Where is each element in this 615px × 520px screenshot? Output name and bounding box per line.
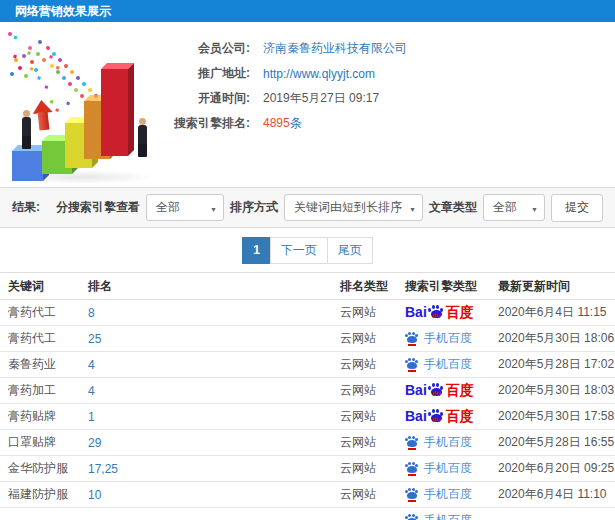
pagination-area: 1 下一页 尾页	[0, 228, 615, 272]
table-row: 膏药代工 25 云网站 Baidu百度 手机百度 2020年5月30日 18:0…	[0, 326, 615, 352]
table-row: 膏药加工 4 云网站 Baidu百度 手机百度 2020年5月30日 18:03	[0, 378, 615, 404]
result-label: 结果:	[12, 199, 40, 216]
table-row-partial: Baidu百度 手机百度	[0, 508, 615, 520]
rank-count-unit: 条	[290, 116, 302, 130]
mobile-baidu-paw-icon	[405, 358, 419, 369]
next-page-button[interactable]: 下一页	[270, 237, 328, 264]
last-page-button[interactable]: 尾页	[327, 237, 373, 264]
engine-rank-value: 4895条	[263, 115, 302, 132]
engine-rank-row: 搜索引擎排名: 4895条	[150, 111, 615, 136]
rank-link[interactable]: 25	[88, 332, 101, 346]
keyword-cell: 膏药代工	[0, 300, 80, 326]
table-row: 福建防护服 10 云网站 Baidu百度 手机百度 2020年6月4日 11:1…	[0, 482, 615, 508]
updated-cell: 2020年6月4日 11:10	[490, 482, 615, 508]
rank-link[interactable]: 1	[88, 410, 95, 424]
mobile-baidu-paw-icon	[405, 488, 419, 499]
pagination: 1 下一页 尾页	[242, 237, 373, 264]
filter-bar: 结果: 分搜索引擎查看 全部 排序方式 关键词由短到长排序 文章类型 全部 提交	[0, 187, 615, 228]
rank-link[interactable]: 10	[88, 488, 101, 502]
engine-filter-select[interactable]: 全部	[146, 194, 224, 221]
baidu-logo: Baidu百度	[405, 409, 474, 423]
submit-button[interactable]: 提交	[551, 194, 603, 222]
rank-cell: 17,25	[80, 456, 332, 482]
filter-controls: 分搜索引擎查看 全部 排序方式 关键词由短到长排序 文章类型 全部 提交	[56, 194, 603, 222]
summary-section: 会员公司: 济南秦鲁药业科技有限公司 推广地址: http://www.qlyy…	[0, 22, 615, 187]
keyword-cell: 口罩贴牌	[0, 430, 80, 456]
keyword-cell: 金华防护服	[0, 456, 80, 482]
rank-type-cell: 云网站	[332, 300, 397, 326]
rank-cell: 10	[80, 482, 332, 508]
engine-cell: Baidu百度 手机百度	[397, 378, 490, 404]
engine-cell: Baidu百度 手机百度	[397, 300, 490, 326]
rank-type-cell	[332, 508, 397, 520]
clipart-bar-blue	[12, 151, 43, 181]
updated-cell: 2020年5月30日 17:58	[490, 404, 615, 430]
mobile-baidu-logo: 手机百度	[405, 356, 472, 373]
updated-cell	[490, 508, 615, 520]
rank-type-cell: 云网站	[332, 378, 397, 404]
mobile-baidu-logo: 手机百度	[405, 486, 472, 503]
caret-down-icon	[409, 195, 416, 223]
keyword-cell: 膏药贴牌	[0, 404, 80, 430]
sort-select[interactable]: 关键词由短到长排序	[284, 194, 423, 221]
keyword-cell: 福建防护服	[0, 482, 80, 508]
rank-cell: 4	[80, 352, 332, 378]
updated-cell: 2020年5月30日 18:03	[490, 378, 615, 404]
header-updated: 最新更新时间	[490, 273, 615, 300]
promo-url-row: 推广地址: http://www.qlyyjt.com	[150, 61, 615, 86]
engine-cell: Baidu百度 手机百度	[397, 326, 490, 352]
rank-link[interactable]: 4	[88, 384, 95, 398]
company-row: 会员公司: 济南秦鲁药业科技有限公司	[150, 36, 615, 61]
page-title: 网络营销效果展示	[0, 0, 615, 22]
promo-url-link[interactable]: http://www.qlyyjt.com	[263, 67, 375, 81]
keyword-cell	[0, 508, 80, 520]
article-type-select[interactable]: 全部	[483, 194, 545, 221]
header-keyword: 关键词	[0, 273, 80, 300]
rank-cell: 4	[80, 378, 332, 404]
updated-cell: 2020年5月30日 18:06	[490, 326, 615, 352]
updated-cell: 2020年6月20日 09:25	[490, 456, 615, 482]
mobile-baidu-logo: 手机百度	[405, 512, 472, 520]
rank-type-cell: 云网站	[332, 482, 397, 508]
rank-cell: 8	[80, 300, 332, 326]
header-engine-type: 搜索引擎类型	[397, 273, 490, 300]
mobile-baidu-paw-icon	[405, 462, 419, 473]
page-1-button[interactable]: 1	[242, 237, 271, 264]
open-time-row: 开通时间: 2019年5月27日 09:17	[150, 86, 615, 111]
table-row: 口罩贴牌 29 云网站 Baidu百度 手机百度 2020年5月28日 16:5…	[0, 430, 615, 456]
keyword-cell: 膏药加工	[0, 378, 80, 404]
bar-chart-clipart	[0, 26, 178, 184]
mobile-baidu-paw-icon	[405, 436, 419, 447]
rank-type-cell: 云网站	[332, 352, 397, 378]
engine-filter-label: 分搜索引擎查看	[56, 199, 140, 216]
engine-cell: Baidu百度 手机百度	[397, 352, 490, 378]
rank-type-cell: 云网站	[332, 456, 397, 482]
member-info-panel: 会员公司: 济南秦鲁药业科技有限公司 推广地址: http://www.qlyy…	[150, 22, 615, 136]
rank-link[interactable]: 17,25	[88, 462, 118, 476]
caret-down-icon	[531, 195, 538, 223]
table-row: 秦鲁药业 4 云网站 Baidu百度 手机百度 2020年5月28日 17:02	[0, 352, 615, 378]
rank-cell: 1	[80, 404, 332, 430]
rank-cell	[80, 508, 332, 520]
keyword-cell: 秦鲁药业	[0, 352, 80, 378]
rank-type-cell: 云网站	[332, 430, 397, 456]
updated-cell: 2020年6月4日 11:15	[490, 300, 615, 326]
rank-type-cell: 云网站	[332, 404, 397, 430]
table-header-row: 关键词 排名 排名类型 搜索引擎类型 最新更新时间	[0, 273, 615, 300]
header-rank-type: 排名类型	[332, 273, 397, 300]
keyword-cell: 膏药代工	[0, 326, 80, 352]
table-row: 膏药贴牌 1 云网站 Baidu百度 手机百度 2020年5月30日 17:58	[0, 404, 615, 430]
company-link[interactable]: 济南秦鲁药业科技有限公司	[263, 40, 407, 57]
engine-cell: Baidu百度 手机百度	[397, 508, 490, 520]
updated-cell: 2020年5月28日 17:02	[490, 352, 615, 378]
mobile-baidu-logo: 手机百度	[405, 330, 472, 347]
rank-link[interactable]: 8	[88, 306, 95, 320]
rank-type-cell: 云网站	[332, 326, 397, 352]
page-title-text: 网络营销效果展示	[15, 4, 111, 18]
mobile-baidu-paw-icon	[405, 514, 419, 520]
rank-link[interactable]: 29	[88, 436, 101, 450]
updated-cell: 2020年5月28日 16:55	[490, 430, 615, 456]
rank-link[interactable]: 4	[88, 358, 95, 372]
keyword-ranking-table: 关键词 排名 排名类型 搜索引擎类型 最新更新时间 膏药代工 8 云网站 Bai…	[0, 272, 615, 520]
article-type-label: 文章类型	[429, 199, 477, 216]
